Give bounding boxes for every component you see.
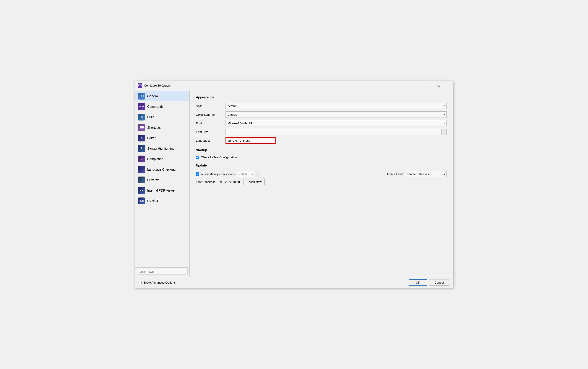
sidebar-item-commands[interactable]: latex Commands <box>135 101 189 112</box>
check-latex-label: Check LaTeX Configuration <box>201 155 237 159</box>
auto-check-row: Automatically check every <box>196 173 235 176</box>
sidebar-item-label: Language Checking <box>147 168 176 171</box>
font-select[interactable]: Microsoft YaHei UI <box>225 120 447 126</box>
last-checked-label: Last Checked: <box>196 180 215 184</box>
auto-check-checkbox[interactable] <box>196 173 199 176</box>
font-size-label: Font Size: <box>196 130 225 134</box>
preview-icon: P <box>138 176 145 183</box>
sidebar-item-label: General <box>147 94 159 98</box>
shortcuts-icon: ⌨ <box>138 124 145 131</box>
sidebar-item-pdf[interactable]: PDF Internal PDF Viewer <box>135 185 189 196</box>
sidebar-item-syntax[interactable]: S Syntax Highlighting <box>135 143 189 154</box>
check-now-button[interactable]: Check Now <box>244 179 265 185</box>
days-select[interactable]: 7 days 1 day 30 days <box>237 171 254 177</box>
sidebar-item-svn[interactable]: SVN SVN/GIT <box>135 196 189 206</box>
days-spinner: ▲ ▼ <box>256 171 260 177</box>
font-size-input[interactable]: 9 <box>225 129 447 135</box>
close-button[interactable]: ✕ <box>443 83 450 88</box>
font-size-down-button[interactable]: ▼ <box>441 132 446 135</box>
last-checked-value: 29.8.2022 18:58 <box>218 180 240 184</box>
last-checked-row: Last Checked: 29.8.2022 18:58 Check Now <box>196 179 447 185</box>
color-scheme-select[interactable]: Classic <box>225 111 447 118</box>
editor-icon: ✎ <box>138 135 145 142</box>
language-icon: L <box>138 166 145 173</box>
update-level-select[interactable]: Stable Releases Release Candidates Devel… <box>406 171 447 177</box>
style-label: Style: <box>196 104 225 108</box>
font-size-up-button[interactable]: ▲ <box>441 129 446 132</box>
startup-title: Startup <box>196 148 447 152</box>
stable-releases-wrapper: Stable Releases Release Candidates Devel… <box>406 171 447 177</box>
font-control: Microsoft YaHei UI ▼ <box>225 120 447 126</box>
language-row: Language: zh_CN (Chinese) <box>196 137 447 144</box>
language-input[interactable]: zh_CN (Chinese) <box>225 137 275 144</box>
update-level-row: Update Level: Stable Releases Release Ca… <box>386 171 447 177</box>
cancel-button[interactable]: Cancel <box>429 279 450 286</box>
sidebar-item-label: Preview <box>147 178 159 182</box>
sidebar: TXs General latex Commands ⚙ Build ⌨ Sho… <box>135 90 190 277</box>
sidebar-item-general[interactable]: TXs General <box>135 91 189 101</box>
days-up-button[interactable]: ▲ <box>256 171 260 174</box>
days-dropdown-wrapper: 7 days 1 day 30 days ▼ <box>237 171 254 177</box>
color-scheme-dropdown-wrapper: Classic ▼ <box>225 111 447 118</box>
update-level-label: Update Level: <box>386 173 404 176</box>
font-dropdown-wrapper: Microsoft YaHei UI ▼ <box>225 120 447 126</box>
titlebar: TXs Configure TeXstudio — □ ✕ <box>135 81 453 90</box>
sidebar-item-preview[interactable]: P Preview <box>135 175 189 185</box>
footer-left: Show Advanced Options <box>138 281 176 284</box>
syntax-icon: S <box>138 145 145 152</box>
svn-icon: SVN <box>138 197 145 204</box>
sidebar-item-language[interactable]: L Language Checking <box>135 164 189 175</box>
show-advanced-label: Show Advanced Options <box>143 281 176 284</box>
sidebar-item-completion[interactable]: C Completion <box>135 154 189 164</box>
font-size-spinners: ▲ ▼ <box>441 129 446 135</box>
sidebar-item-label: Internal PDF Viewer <box>147 189 176 192</box>
font-size-row: Font Size: 9 ▲ ▼ <box>196 129 447 135</box>
appearance-title: Appearance <box>196 95 447 99</box>
build-icon: ⚙ <box>138 114 145 121</box>
titlebar-controls: — □ ✕ <box>428 83 450 88</box>
sidebar-filter <box>135 267 189 276</box>
general-icon: TXs <box>138 93 145 100</box>
completion-icon: C <box>138 155 145 162</box>
sidebar-item-label: SVN/GIT <box>147 199 160 203</box>
dialog-content: TXs General latex Commands ⚙ Build ⌨ Sho… <box>135 90 453 277</box>
window-title: Configure TeXstudio <box>144 84 171 87</box>
show-advanced-checkbox[interactable] <box>138 281 142 284</box>
sidebar-items: TXs General latex Commands ⚙ Build ⌨ Sho… <box>135 91 189 267</box>
font-label: Font: <box>196 122 225 125</box>
style-control: default ▼ <box>225 103 447 109</box>
check-latex-checkbox[interactable] <box>196 156 199 159</box>
minimize-button[interactable]: — <box>428 83 435 88</box>
font-size-control: 9 ▲ ▼ <box>225 129 447 135</box>
option-filter-input[interactable] <box>137 269 187 275</box>
style-dropdown-wrapper: default ▼ <box>225 103 447 109</box>
configure-dialog: TXs Configure TeXstudio — □ ✕ TXs Genera… <box>135 81 453 288</box>
font-size-wrapper: 9 ▲ ▼ <box>225 129 447 135</box>
pdf-icon: PDF <box>138 187 145 194</box>
auto-check-full-row: Automatically check every 7 days 1 day 3… <box>196 171 447 177</box>
language-control: zh_CN (Chinese) <box>225 137 447 144</box>
sidebar-item-label: Commands <box>147 105 164 108</box>
sidebar-item-editor[interactable]: ✎ Editor <box>135 133 189 143</box>
ok-button[interactable]: OK <box>409 279 427 286</box>
update-title: Update <box>196 164 447 167</box>
color-scheme-row: Color Scheme: Classic ▼ <box>196 111 447 118</box>
maximize-button[interactable]: □ <box>436 83 443 88</box>
style-row: Style: default ▼ <box>196 103 447 109</box>
color-scheme-control: Classic ▼ <box>225 111 447 118</box>
auto-check-left: Automatically check every 7 days 1 day 3… <box>196 171 260 177</box>
sidebar-item-build[interactable]: ⚙ Build <box>135 112 189 122</box>
update-section: Update Automatically check every 7 days … <box>196 164 447 185</box>
sidebar-item-shortcuts[interactable]: ⌨ Shortcuts <box>135 122 189 133</box>
sidebar-item-label: Shortcuts <box>147 126 161 129</box>
app-icon: TXs <box>138 83 142 88</box>
footer-right: OK Cancel <box>409 279 450 286</box>
auto-check-label: Automatically check every <box>201 173 235 176</box>
days-down-button[interactable]: ▼ <box>256 174 260 177</box>
style-select[interactable]: default <box>225 103 447 109</box>
sidebar-item-label: Syntax Highlighting <box>147 147 175 150</box>
main-content: Appearance Style: default ▼ Color Scheme… <box>190 90 453 277</box>
footer: Show Advanced Options OK Cancel <box>135 277 453 288</box>
startup-section: Startup Check LaTeX Configuration <box>196 148 447 159</box>
color-scheme-label: Color Scheme: <box>196 113 225 116</box>
